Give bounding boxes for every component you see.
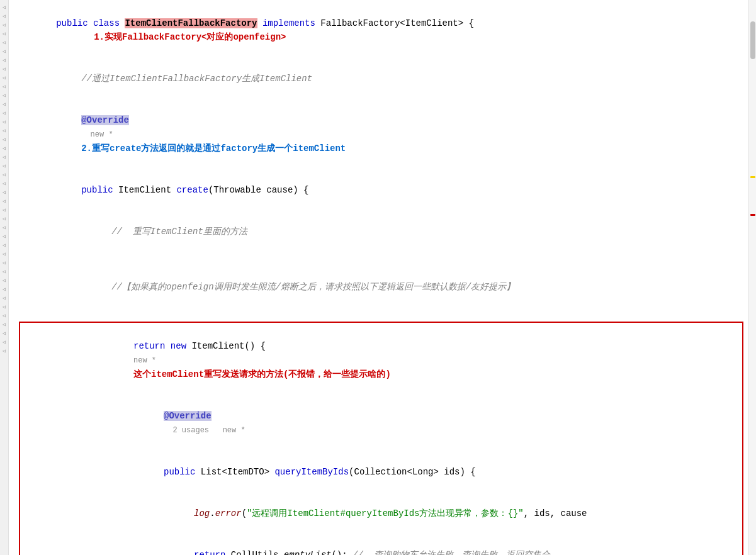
- line-comment-3: //【如果真的openfeign调用时发生限流/熔断之后，请求按照以下逻辑返回一…: [9, 266, 748, 308]
- gutter-icon-7: ◁: [1, 57, 8, 63]
- line-blank-1: [9, 252, 748, 266]
- line-comment-1: //通过ItemClientFallbackFactory生成ItemClien…: [9, 58, 748, 99]
- line-comment-2: // 重写ItemClient里面的方法: [9, 211, 748, 252]
- line-return-new: return new ItemClient() { new * 这个itemCl…: [20, 325, 742, 395]
- line-create-method: public ItemClient create(Throwable cause…: [9, 169, 748, 211]
- line-log-error-1: log.error("远程调用ItemClient#queryItemByIds…: [20, 493, 742, 534]
- override-annotation-1: @Override: [81, 115, 129, 125]
- gutter-icon-27: ◁: [1, 233, 8, 239]
- left-gutter: ◁ ◁ ◁ ◁ ◁ ◁ ◁ ◁ ◁ ◁ ◁ ◁ ◁ ◁ ◁ ◁ ◁ ◁ ◁ ◁ …: [0, 0, 9, 555]
- line-queryitems-method: public List<ItemDTO> queryItemByIds(Coll…: [20, 451, 742, 493]
- collutils: CollUtils.: [231, 550, 284, 555]
- kw-implements: implements: [262, 18, 320, 28]
- method-create: create: [176, 185, 208, 195]
- gutter-icon-26: ◁: [1, 224, 8, 230]
- log-args-1: , ids, cause: [524, 508, 587, 519]
- annotation-1: 1.实现FallbackFactory<对应的openfeign>: [94, 32, 286, 42]
- line-class-declaration: public class ItemClientFallbackFactory i…: [9, 3, 748, 58]
- gutter-icon-21: ◁: [1, 180, 8, 186]
- gutter-icon-10: ◁: [1, 83, 8, 89]
- method-queryitembyids: queryItemByIds: [274, 467, 349, 477]
- gutter-icon-14: ◁: [1, 118, 8, 125]
- meta-new-2: new *: [133, 356, 165, 365]
- gutter-icon-33: ◁: [1, 286, 8, 292]
- emptylist-method: emptyList: [284, 550, 332, 555]
- gutter-icon-40: ◁: [1, 347, 8, 354]
- kw-return-2: return: [194, 550, 231, 555]
- comment-text-2: // 重写ItemClient里面的方法: [111, 227, 247, 237]
- gutter-icon-34: ◁: [1, 294, 8, 301]
- scrollbar-thumb[interactable]: [750, 21, 755, 59]
- interface-name: FallbackFactory<ItemClient> {: [320, 18, 474, 28]
- gutter-icon-4: ◁: [1, 30, 8, 36]
- gutter-icon-22: ◁: [1, 189, 8, 195]
- gutter-icon-3: ◁: [1, 21, 8, 28]
- right-scrollbar[interactable]: [748, 0, 756, 555]
- gutter-icon-32: ◁: [1, 277, 8, 283]
- create-params: (Throwable cause) {: [208, 185, 309, 195]
- comment-text-3: //【如果真的openfeign调用时发生限流/熔断之后，请求按照以下逻辑返回一…: [111, 282, 515, 292]
- gutter-icon-8: ◁: [1, 65, 8, 72]
- log-string-1: "远程调用ItemClient#queryItemByIds方法出现异常，参数：…: [247, 508, 524, 519]
- gutter-icon-9: ◁: [1, 74, 8, 81]
- gutter-icon-29: ◁: [1, 250, 8, 257]
- gutter-icon-23: ◁: [1, 198, 8, 204]
- code-content: public class ItemClientFallbackFactory i…: [9, 0, 748, 555]
- gutter-icon-39: ◁: [1, 339, 8, 345]
- gutter-icon-35: ◁: [1, 303, 8, 310]
- line-blank-2: [9, 308, 748, 322]
- gutter-icon-18: ◁: [1, 154, 8, 160]
- editor-container: ◁ ◁ ◁ ◁ ◁ ◁ ◁ ◁ ◁ ◁ ◁ ◁ ◁ ◁ ◁ ◁ ◁ ◁ ◁ ◁ …: [0, 0, 756, 555]
- meta-new-1: new *: [81, 130, 122, 139]
- gutter-icon-24: ◁: [1, 206, 8, 213]
- kw-class: class: [93, 18, 125, 28]
- kw-return: return: [133, 341, 171, 351]
- gutter-icon-30: ◁: [1, 259, 8, 266]
- gutter-icon-31: ◁: [1, 268, 8, 274]
- line-override-inner-1: @Override 2 usages new *: [20, 395, 742, 451]
- emptylist-call: ();: [331, 550, 353, 555]
- implements-text: [257, 18, 262, 28]
- gutter-icon-36: ◁: [1, 312, 8, 318]
- list-type: List<ItemDTO>: [201, 467, 275, 477]
- red-box-label: 这个itemClient重写发送请求的方法(不报错，给一些提示啥的): [133, 369, 391, 379]
- return-type: ItemClient: [118, 185, 176, 195]
- gutter-icon-20: ◁: [1, 171, 8, 177]
- override-annotation-inner-1: @Override: [164, 411, 212, 421]
- queryitem-params: (Collection<Long> ids) {: [349, 467, 476, 477]
- code-area: public class ItemClientFallbackFactory i…: [9, 0, 748, 555]
- gutter-icon-11: ◁: [1, 92, 8, 98]
- gutter-icon-12: ◁: [1, 101, 8, 107]
- kw-public: public: [56, 18, 93, 28]
- meta-usages-1: 2 usages new *: [164, 426, 245, 435]
- classname-highlighted: ItemClientFallbackFactory: [125, 18, 257, 28]
- line-override-1: @Override new * 2.重写create方法返回的就是通过facto…: [9, 99, 748, 169]
- gutter-icon-2: ◁: [1, 13, 8, 19]
- gutter-icon-38: ◁: [1, 330, 8, 336]
- kw-public-2: public: [81, 185, 118, 195]
- gutter-icon-37: ◁: [1, 321, 8, 327]
- gutter-icon-15: ◁: [1, 127, 8, 133]
- red-box-container: return new ItemClient() { new * 这个itemCl…: [19, 322, 743, 555]
- log-parens-1: (: [242, 508, 247, 519]
- line-return-empty: return CollUtils.emptyList(); // 查询购物车允许…: [20, 534, 742, 555]
- gutter-icon-5: ◁: [1, 39, 8, 45]
- gutter-icon-17: ◁: [1, 145, 8, 151]
- comment-text-1: //通过ItemClientFallbackFactory生成ItemClien…: [81, 74, 312, 84]
- log-var-1: log: [194, 508, 210, 519]
- scrollbar-marker-red: [750, 214, 755, 216]
- kw-new-1: new: [171, 341, 192, 351]
- gutter-icon-13: ◁: [1, 109, 8, 116]
- dot-1: .: [210, 508, 215, 519]
- error-method-1: error: [215, 508, 242, 519]
- gutter-icon-19: ◁: [1, 162, 8, 169]
- gutter-icon-6: ◁: [1, 48, 8, 54]
- annotation-2-label: 2.重写create方法返回的就是通过factory生成一个itemClient: [81, 143, 346, 154]
- gutter-icon-16: ◁: [1, 136, 8, 142]
- scrollbar-marker-yellow: [750, 176, 755, 178]
- gutter-icon-28: ◁: [1, 242, 8, 248]
- kw-public-3: public: [164, 467, 201, 477]
- itemclient-class: ItemClient() {: [191, 341, 276, 351]
- gutter-icon-1: ◁: [1, 4, 8, 10]
- gutter-icon-25: ◁: [1, 215, 8, 221]
